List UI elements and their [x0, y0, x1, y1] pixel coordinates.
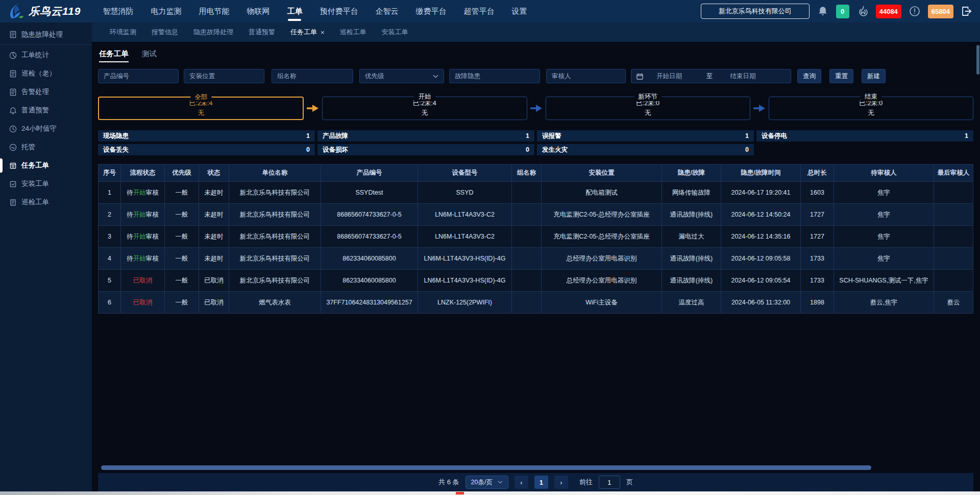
sidebar-item-label: 安装工单 — [21, 179, 49, 188]
fault-hazard-input[interactable] — [455, 73, 534, 80]
flow-node-title: 结束 — [861, 92, 881, 101]
sidebar-item[interactable]: 工单统计 — [0, 46, 92, 64]
topnav-item[interactable]: 物联网 — [238, 0, 278, 22]
open-page-tab[interactable]: 安装工单 — [375, 28, 415, 37]
flow-node[interactable]: 全部已:2未:4无 — [98, 97, 304, 120]
content-tab[interactable]: 任务工单 — [99, 49, 129, 62]
install-location-input[interactable] — [189, 73, 259, 80]
exclamation-circle-icon[interactable] — [909, 5, 921, 17]
bell-icon[interactable] — [817, 5, 829, 17]
sidebar-item[interactable]: 巡检（老） — [0, 64, 92, 83]
cell-product-no: 37FF71064248313049561257 — [321, 292, 418, 314]
open-pages-tabbar: 环境监测报警信息隐患故障处理普通预警任务工单×巡检工单安装工单 — [92, 22, 980, 42]
horizontal-scrollbar-thumb[interactable] — [101, 465, 871, 470]
topnav-item[interactable]: 缴费平台 — [407, 0, 455, 22]
group-name-input[interactable] — [277, 73, 348, 80]
flow-node[interactable]: 开始已:2未:4无 — [322, 97, 527, 120]
stat-value: 0 — [745, 146, 749, 153]
install-location-field[interactable] — [184, 69, 264, 83]
sidebar-item[interactable]: 安装工单 — [0, 175, 92, 193]
flow-node[interactable]: 结束已:2未:0无 — [769, 97, 973, 120]
table-row[interactable]: 4待开始审核一般未超时新北京乐鸟科技有限公司862334060085800LN6… — [99, 248, 973, 270]
stat-cell: 误报警1 — [537, 130, 754, 142]
horizontal-scrollbar[interactable] — [98, 465, 973, 470]
cell-product-no: 862334060085800 — [321, 248, 418, 270]
cell-group-name — [512, 204, 542, 226]
hosting-icon — [9, 144, 17, 151]
sidebar-item[interactable]: 告警处理 — [0, 83, 92, 101]
topnav-item[interactable]: 预付费平台 — [311, 0, 366, 22]
stat-value: 1 — [526, 132, 529, 139]
table-row[interactable]: 3待开始审核一般未超时新北京乐鸟科技有限公司868656074733627-0-… — [99, 226, 973, 248]
logout-icon[interactable] — [961, 5, 973, 17]
topnav-item[interactable]: 企智云 — [366, 0, 407, 22]
date-range-picker[interactable]: 开始日期 至 结束日期 — [631, 69, 791, 83]
topnav-item[interactable]: 智慧消防 — [94, 0, 142, 22]
stat-cell-empty — [756, 144, 973, 155]
topnav-item[interactable]: 工单 — [278, 0, 311, 22]
sidebar-item[interactable]: 巡检工单 — [0, 193, 92, 211]
reviewer-field[interactable] — [546, 69, 626, 83]
table-row[interactable]: 5已取消一般已取消新北京乐鸟科技有限公司862334060085800LN6M-… — [99, 270, 973, 292]
open-page-tab[interactable]: 任务工单× — [284, 28, 331, 37]
prev-page-button[interactable]: ‹ — [514, 476, 528, 489]
open-page-tab-label: 安装工单 — [382, 28, 408, 37]
reviewer-input[interactable] — [552, 73, 620, 80]
page-number-button[interactable]: 1 — [534, 476, 548, 489]
cell-index: 2 — [99, 204, 121, 226]
cell-pending-reviewer: 焦宇 — [834, 248, 934, 270]
sidebar-item-label: 告警处理 — [21, 87, 49, 97]
close-icon[interactable]: × — [321, 29, 325, 36]
cell-company: 新北京乐鸟科技有限公司 — [229, 248, 321, 270]
warning-count-badge[interactable]: 65804 — [928, 5, 953, 18]
clock-icon — [9, 125, 17, 133]
cell-index: 6 — [99, 292, 121, 314]
message-count-badge[interactable]: 0 — [836, 5, 849, 18]
sidebar-item[interactable]: 任务工单 — [0, 156, 92, 175]
flame-alarm-icon[interactable] — [856, 5, 869, 17]
open-page-tab[interactable]: 普通预警 — [242, 28, 282, 37]
brand-title: 乐鸟云119 — [29, 4, 81, 18]
sidebar-item[interactable]: 普通预警 — [0, 101, 92, 120]
topnav-item[interactable]: 用电节能 — [190, 0, 238, 22]
cell-fault-time: 2024-06-17 19:20:41 — [721, 182, 801, 204]
next-page-button[interactable]: › — [554, 476, 568, 489]
cell-device-model: SSYD — [418, 182, 512, 204]
table-row[interactable]: 1待开始审核一般未超时新北京乐鸟科技有限公司SSYDtestSSYD配电箱测试网… — [99, 182, 973, 204]
group-name-field[interactable] — [272, 69, 353, 83]
cell-device-model: LN6M-L1T4A3V3-C2 — [418, 204, 512, 226]
topnav-item[interactable]: 设置 — [503, 0, 535, 22]
reset-button[interactable]: 重置 — [829, 69, 853, 83]
sidebar-item[interactable]: 24小时值守 — [0, 120, 92, 138]
cell-product-no: 862334060085800 — [321, 270, 418, 292]
alarm-count-badge[interactable]: 44084 — [876, 5, 901, 18]
fault-hazard-field[interactable] — [449, 69, 540, 83]
company-button[interactable]: 新北京乐鸟科技有限公司 — [701, 4, 810, 19]
sidebar-item-label: 托管 — [21, 143, 35, 152]
open-page-tab[interactable]: 巡检工单 — [333, 28, 373, 37]
vertical-scrollbar-thumb[interactable] — [976, 45, 979, 75]
sidebar-item[interactable]: 隐患故障处理 — [0, 25, 92, 45]
stats-row: 设备丢失0设备损坏0发生火灾0 — [98, 144, 973, 155]
cell-fault-time: 2024-06-12 09:05:54 — [721, 270, 801, 292]
topnav-item[interactable]: 电力监测 — [142, 0, 190, 22]
table-row[interactable]: 2待开始审核一般未超时新北京乐鸟科技有限公司868656074733627-0-… — [99, 204, 973, 226]
content-tab[interactable]: 测试 — [142, 49, 157, 62]
flow-node[interactable]: 新环节已:2未:0无 — [546, 97, 750, 120]
create-button[interactable]: 新建 — [862, 69, 886, 83]
table-header-cell: 设备型号 — [418, 164, 512, 182]
open-page-tab[interactable]: 环境监测 — [103, 28, 143, 37]
sidebar-item[interactable]: 托管 — [0, 138, 92, 156]
open-page-tab[interactable]: 隐患故障处理 — [187, 28, 240, 37]
page-size-select[interactable]: 20条/页 — [465, 476, 508, 489]
goto-page-input[interactable] — [599, 476, 620, 489]
product-no-input[interactable] — [104, 73, 173, 80]
open-page-tab[interactable]: 报警信息 — [145, 28, 185, 37]
product-no-field[interactable] — [98, 69, 179, 83]
table-row[interactable]: 6已取消一般已取消燃气表水表37FF71064248313049561257LN… — [99, 292, 973, 314]
topnav-item[interactable]: 超管平台 — [455, 0, 503, 22]
work-order-table: 序号流程状态优先级状态单位名称产品编号设备型号组名称安装位置隐患/故障隐患/故障… — [98, 164, 973, 314]
search-button[interactable]: 查询 — [797, 69, 821, 83]
cell-flow-state: 待开始审核 — [121, 204, 165, 226]
priority-select[interactable]: 优先级 — [359, 69, 444, 83]
